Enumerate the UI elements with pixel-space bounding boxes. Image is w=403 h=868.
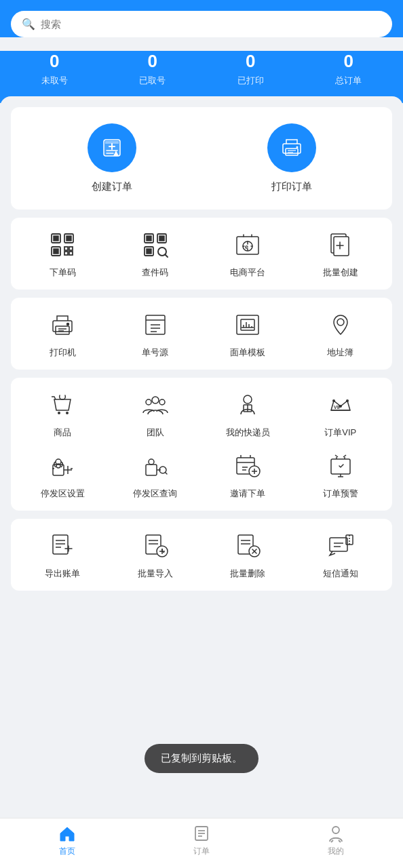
svg-point-19	[296, 146, 298, 149]
stat-taken-label: 已取号	[139, 75, 166, 87]
grid-item-export-account[interactable]: 导出账单	[16, 530, 109, 580]
grid-item-ecommerce[interactable]: e 电商平台	[202, 229, 294, 279]
svg-line-92	[335, 455, 338, 457]
sms-notify-label: 短信通知	[323, 568, 358, 580]
stat-total: 0 总订单	[335, 51, 362, 87]
grid-item-batch-delete[interactable]: 批量删除	[202, 530, 294, 580]
grid-item-vip[interactable]: VIP 订单VIP	[294, 389, 387, 439]
grid-item-template[interactable]: 面单模板	[202, 309, 294, 359]
export-account-label: 导出账单	[45, 568, 80, 580]
grid-item-address-book[interactable]: 地址簿	[294, 309, 387, 359]
stop-zone-set-label: 停发区设置	[41, 488, 85, 500]
grid-item-team[interactable]: 团队	[109, 389, 202, 439]
order-alert-icon	[324, 450, 357, 482]
svg-rect-23	[54, 236, 58, 241]
track-code-icon	[139, 229, 172, 261]
stop-zone-query-label: 停发区查询	[133, 488, 177, 500]
ecommerce-icon: e	[231, 229, 264, 261]
team-icon	[139, 389, 172, 421]
svg-line-81	[165, 473, 167, 475]
svg-point-66	[146, 399, 151, 405]
batch-import-label: 批量导入	[138, 568, 173, 580]
svg-rect-5	[349, 28, 352, 31]
svg-rect-3	[349, 18, 352, 21]
svg-point-65	[152, 397, 159, 403]
grid-item-invite-order[interactable]: 邀请下单	[202, 450, 294, 500]
grid-item-order-code[interactable]: 下单码	[16, 229, 109, 279]
grid-item-track-code[interactable]: 查件码	[109, 229, 202, 279]
template-icon	[231, 309, 264, 341]
grid-item-order-alert[interactable]: 订单预警	[294, 450, 387, 500]
nav-orders[interactable]: 订单	[134, 824, 269, 857]
search-input[interactable]	[41, 18, 381, 30]
ecommerce-label: 电商平台	[230, 267, 265, 279]
grid-section-1: 下单码 查件码	[11, 218, 392, 290]
single-source-label: 单号源	[142, 347, 168, 359]
svg-point-67	[159, 399, 165, 405]
stat-printed-label: 已打印	[237, 75, 264, 87]
address-book-icon	[324, 309, 357, 341]
grid-item-single-source[interactable]: 单号源	[109, 309, 202, 359]
svg-rect-95	[53, 535, 68, 554]
create-order-action[interactable]: 创建订单	[88, 123, 136, 193]
scan-icon[interactable]	[346, 15, 365, 38]
stat-taken-value: 0	[148, 51, 157, 72]
batch-delete-label: 批量删除	[230, 568, 265, 580]
svg-rect-42	[334, 237, 349, 256]
grid-item-products[interactable]: 商品	[16, 389, 109, 439]
grid-section-4: 导出账单 批量导入	[11, 519, 392, 591]
svg-text:VIP: VIP	[334, 405, 342, 410]
nav-mine[interactable]: 我的	[269, 824, 403, 857]
svg-point-71	[332, 399, 335, 402]
toast-message: 已复制到剪贴板。	[145, 744, 258, 773]
search-icon: 🔍	[22, 18, 35, 31]
export-account-icon	[46, 530, 79, 562]
bottom-nav: 首页 订单 我的	[0, 818, 403, 868]
svg-rect-55	[237, 315, 258, 334]
svg-rect-33	[147, 236, 151, 241]
svg-rect-26	[64, 247, 68, 250]
message-icon[interactable]	[373, 15, 392, 38]
svg-rect-25	[54, 249, 58, 254]
grid-item-printer[interactable]: 打印机	[16, 309, 109, 359]
svg-point-63	[58, 412, 60, 414]
grid-section-2: 打印机 单号源	[11, 298, 392, 370]
sms-notify-icon	[324, 530, 357, 562]
svg-rect-4	[359, 18, 362, 21]
template-label: 面单模板	[230, 347, 265, 359]
grid-item-stop-zone-query[interactable]: 停发区查询	[109, 450, 202, 500]
stat-total-label: 总订单	[335, 75, 362, 87]
svg-rect-35	[147, 249, 151, 254]
svg-rect-56	[241, 319, 254, 330]
batch-create-label: 批量创建	[323, 267, 358, 279]
svg-rect-46	[56, 326, 69, 334]
stop-zone-set-icon	[46, 450, 79, 482]
create-order-icon	[88, 123, 136, 172]
svg-point-122	[332, 827, 339, 833]
print-order-label: 打印订单	[271, 180, 312, 193]
svg-rect-28	[64, 252, 68, 255]
grid-item-sms-notify[interactable]: 短信通知	[294, 530, 387, 580]
svg-point-73	[346, 399, 349, 402]
svg-rect-78	[146, 465, 157, 475]
svg-rect-27	[69, 247, 73, 250]
grid-item-stop-zone-set[interactable]: 停发区设置	[16, 450, 109, 500]
order-code-icon	[46, 229, 79, 261]
stat-total-value: 0	[344, 51, 353, 72]
invite-order-label: 邀请下单	[230, 488, 265, 500]
print-order-action[interactable]: 打印订单	[267, 123, 316, 193]
header-icons	[346, 15, 392, 38]
svg-rect-24	[66, 236, 71, 241]
print-order-icon	[267, 123, 316, 172]
grid-item-courier[interactable]: 我的快递员	[202, 389, 294, 439]
grid-item-batch-import[interactable]: 批量导入	[109, 530, 202, 580]
grid-item-batch-create[interactable]: 批量创建	[294, 229, 387, 279]
batch-create-icon	[324, 229, 357, 261]
stop-zone-query-icon	[139, 450, 172, 482]
courier-icon	[231, 389, 264, 421]
nav-home[interactable]: 首页	[0, 824, 134, 857]
svg-point-68	[244, 395, 252, 403]
search-bar[interactable]: 🔍	[11, 11, 392, 37]
stat-not-taken-value: 0	[50, 51, 59, 72]
svg-rect-16	[286, 149, 298, 155]
